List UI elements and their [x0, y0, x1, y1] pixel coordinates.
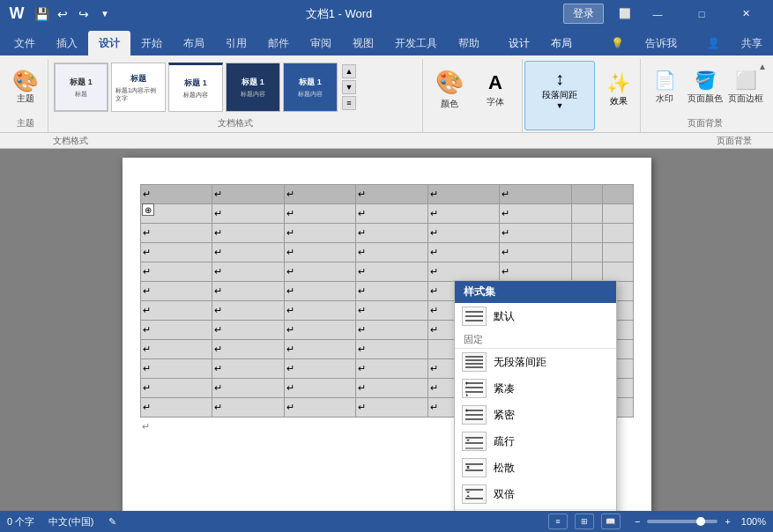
tab-design[interactable]: 设计 [88, 31, 130, 55]
title-bar-center: 文档1 - Word [115, 6, 563, 22]
tab-mailings[interactable]: 邮件 [257, 31, 300, 55]
style-more[interactable]: ≡ [342, 96, 356, 110]
tell-me-label[interactable]: 告诉我 [635, 31, 688, 55]
style-item-1[interactable]: 标题 标题1内容示例文字 [111, 63, 166, 112]
bg-section-label: 页面背景 [690, 135, 769, 147]
tell-me-icon[interactable]: 💡 [600, 31, 635, 55]
fonts-label: 字体 [487, 96, 504, 108]
doc-styles-content: 标题 1 标题 标题 标题1内容示例文字 标题 1 标题内容 [54, 59, 417, 115]
zoom-slider[interactable] [647, 520, 717, 523]
page-border-label: 页面边框 [728, 92, 763, 105]
doc-area: ⊕ ↵ ↵ ↵ ↵ ↵ ↵ [0, 149, 773, 511]
no-spacing-icon [462, 352, 487, 372]
minimize-button[interactable]: — [637, 0, 678, 27]
tab-file[interactable]: 文件 [4, 31, 46, 55]
paragraph-spacing-dropdown: 样式集 默认 固定 [454, 280, 617, 511]
share-icon[interactable]: 👤 [696, 31, 731, 55]
no-spacing-label: 无段落间距 [494, 355, 546, 370]
zoom-plus-icon[interactable]: + [725, 516, 730, 527]
double-icon [462, 484, 487, 504]
dropdown-item-open[interactable]: 疏行 [455, 428, 616, 454]
style-scroll-arrows: ▲ ▼ ≡ [342, 64, 356, 110]
para-spacing-dropdown-arrow: ▼ [556, 101, 564, 110]
watermark-button[interactable]: 📄 水印 [646, 61, 683, 114]
dropdown-item-compact[interactable]: 紧凑 [455, 375, 616, 402]
ribbon-group-para: ↕ 段落间距 ▼ [524, 61, 595, 130]
tab-view[interactable]: 视图 [342, 31, 384, 55]
table-row: ↵↵↵ ↵↵↵ [140, 224, 633, 243]
para-spacing-label: 段落间距 [542, 89, 577, 101]
open-icon [462, 432, 487, 451]
svg-marker-11 [466, 394, 468, 396]
undo-icon[interactable]: ↩ [53, 4, 72, 24]
doc-styles-label: 文档格式 [218, 117, 253, 132]
view-web-button[interactable]: ⊞ [575, 514, 594, 529]
tab-insert[interactable]: 插入 [46, 31, 88, 55]
page-border-icon: ⬜ [735, 70, 757, 91]
dropdown-fixed-header: 固定 [455, 329, 616, 349]
fonts-icon: A [488, 71, 502, 94]
zoom-level: 100% [741, 516, 766, 527]
title-bar-left: W 💾 ↩ ↪ ▼ [7, 4, 115, 24]
colors-group-content: 🎨 颜色 A 字体 [428, 59, 517, 120]
quick-access-more-icon[interactable]: ▼ [95, 4, 115, 24]
style-items-row: 标题 1 标题 标题 标题1内容示例文字 标题 1 标题内容 [54, 63, 356, 112]
svg-marker-23 [466, 467, 470, 469]
dropdown-item-relaxed[interactable]: 松散 [455, 454, 616, 481]
table-row: ↵ ↵ ↵ ↵ ↵ ↵ [140, 185, 633, 204]
tab-contextual-design[interactable]: 设计 [498, 31, 540, 55]
share-label[interactable]: 共享 [731, 31, 773, 55]
open-label: 疏行 [494, 434, 515, 449]
status-bar-right: ≡ ⊞ 📖 − + 100% [548, 514, 766, 529]
tight-label: 紧密 [494, 408, 515, 423]
dropdown-item-default[interactable]: 默认 [455, 303, 616, 329]
svg-marker-27 [466, 495, 470, 497]
tab-contextual-layout[interactable]: 布局 [540, 31, 583, 55]
redo-icon[interactable]: ↪ [74, 4, 93, 24]
maximize-button[interactable]: □ [681, 0, 722, 27]
language-indicator: 中文(中国) [48, 515, 93, 528]
style-item-3[interactable]: 标题 1 标题内容 [226, 63, 280, 112]
login-button[interactable]: 登录 [563, 4, 604, 24]
relaxed-icon [462, 458, 487, 477]
zoom-thumb[interactable] [696, 517, 705, 526]
ribbon-display-icon[interactable]: ⬜ [616, 5, 634, 23]
tab-help[interactable]: 帮助 [448, 31, 490, 55]
style-item-2[interactable]: 标题 1 标题内容 [168, 63, 223, 112]
page-color-icon: 🪣 [695, 70, 717, 91]
view-read-button[interactable]: 📖 [601, 514, 621, 529]
table-move-handle[interactable]: ⊕ [142, 203, 154, 216]
style-item-0[interactable]: 标题 1 标题 [54, 63, 108, 112]
tab-layout[interactable]: 布局 [173, 31, 215, 55]
table-row: ↵↵↵ ↵↵↵ [140, 204, 633, 224]
compact-icon [462, 379, 487, 398]
para-spacing-button[interactable]: ↕ 段落间距 ▼ [539, 67, 581, 112]
close-button[interactable]: ✕ [725, 0, 766, 27]
dropdown-item-double[interactable]: 双倍 [455, 481, 616, 507]
style-scroll-down[interactable]: ▼ [342, 80, 356, 94]
colors-button[interactable]: 🎨 颜色 [428, 63, 471, 116]
zoom-minus-icon[interactable]: − [635, 516, 640, 527]
ribbon-group-background: 📄 水印 🪣 页面颜色 ⬜ 页面边框 页面背景 [641, 59, 769, 132]
doc-styles-section-label: 文档格式 [4, 135, 88, 147]
word-logo-icon: W [7, 4, 26, 24]
ribbon-collapse-icon[interactable]: ▲ [755, 59, 769, 73]
theme-label: 主题 [17, 92, 34, 105]
tab-references[interactable]: 引用 [215, 31, 257, 55]
style-scroll-up[interactable]: ▲ [342, 64, 356, 78]
view-print-button[interactable]: ≡ [548, 514, 568, 529]
bg-group-label: 页面背景 [688, 117, 723, 132]
save-icon[interactable]: 💾 [32, 4, 51, 24]
style-item-4[interactable]: 标题 1 标题内容 [283, 63, 338, 112]
effects-button[interactable]: ✨ 效果 [603, 70, 635, 109]
svg-marker-26 [466, 491, 470, 493]
page-color-button[interactable]: 🪣 页面颜色 [687, 61, 724, 114]
dropdown-item-tight[interactable]: 紧密 [455, 402, 616, 428]
theme-button[interactable]: 🎨 主题 [9, 69, 42, 107]
svg-marker-19 [466, 440, 470, 441]
tab-home[interactable]: 开始 [130, 31, 173, 55]
fonts-button[interactable]: A 字体 [474, 63, 517, 116]
dropdown-item-no-spacing[interactable]: 无段落间距 [455, 349, 616, 375]
tab-review[interactable]: 审阅 [300, 31, 342, 55]
tab-developer[interactable]: 开发工具 [384, 31, 448, 55]
